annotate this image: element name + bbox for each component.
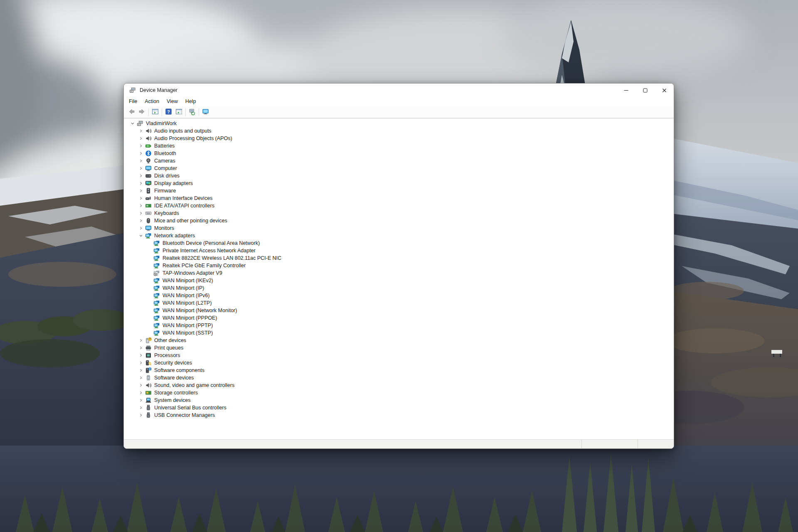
chevron-spacer — [146, 240, 153, 246]
chevron-right-icon[interactable] — [138, 217, 144, 224]
chevron-right-icon[interactable] — [138, 158, 144, 164]
tree-item-computer[interactable]: Computer — [124, 165, 674, 172]
maximize-icon — [642, 87, 648, 94]
maximize-button[interactable] — [635, 84, 655, 97]
chevron-right-icon[interactable] — [138, 374, 144, 381]
tree-item-system-devices[interactable]: System devices — [124, 397, 674, 404]
chevron-right-icon[interactable] — [138, 210, 144, 217]
tree-item-wan-miniport-pppoe[interactable]: WAN Miniport (PPPOE) — [124, 314, 674, 322]
chevron-right-icon[interactable] — [138, 345, 144, 351]
network-icon — [153, 240, 160, 246]
chevron-right-icon[interactable] — [138, 135, 144, 142]
tree-item-mice-and-other-pointing-devices[interactable]: Mice and other pointing devices — [124, 217, 674, 224]
menu-view[interactable]: View — [163, 97, 182, 106]
tree-item-batteries[interactable]: Batteries — [124, 142, 674, 150]
tree-item-label: Human Interface Devices — [153, 195, 213, 201]
tree-item-wan-miniport-pptp[interactable]: WAN Miniport (PPTP) — [124, 322, 674, 329]
tree-item-label: Keyboards — [153, 210, 180, 216]
scan-hardware-icon — [189, 108, 196, 117]
tree-item-human-interface-devices[interactable]: Human Interface Devices — [124, 195, 674, 202]
action-pane-button[interactable] — [174, 108, 184, 117]
ide-icon — [145, 202, 152, 209]
cpu-icon — [145, 352, 152, 359]
chevron-right-icon[interactable] — [138, 389, 144, 396]
chevron-right-icon[interactable] — [138, 382, 144, 389]
minimize-button[interactable] — [616, 84, 635, 97]
tree-item-private-internet-access-network-adapter[interactable]: Private Internet Access Network Adapter — [124, 247, 674, 254]
tree-item-ide-ata-atapi-controllers[interactable]: IDE ATA/ATAPI controllers — [124, 202, 674, 209]
tree-item-monitors[interactable]: Monitors — [124, 224, 674, 232]
chevron-right-icon[interactable] — [138, 143, 144, 149]
tree-item-universal-serial-bus-controllers[interactable]: Universal Serial Bus controllers — [124, 404, 674, 411]
chevron-right-icon[interactable] — [138, 195, 144, 202]
tree-item-label: Batteries — [153, 143, 175, 149]
chevron-right-icon[interactable] — [138, 150, 144, 157]
menu-action[interactable]: Action — [141, 97, 163, 106]
chevron-down-icon[interactable] — [138, 232, 144, 239]
tree-item-vladimirwork[interactable]: VladimirWork — [124, 120, 674, 127]
tree-item-bluetooth-device-personal-area-network[interactable]: Bluetooth Device (Personal Area Network) — [124, 239, 674, 247]
tree-item-storage-controllers[interactable]: Storage controllers — [124, 389, 674, 397]
console-tree-icon — [152, 108, 159, 117]
tree-item-print-queues[interactable]: Print queues — [124, 344, 674, 352]
tree-item-tap-windows-adapter-v9[interactable]: TAP-Windows Adapter V9 — [124, 269, 674, 277]
tree-item-processors[interactable]: Processors — [124, 352, 674, 359]
tree-item-wan-miniport-network-monitor[interactable]: WAN Miniport (Network Monitor) — [124, 307, 674, 314]
chevron-right-icon[interactable] — [138, 352, 144, 359]
tree-item-network-adapters[interactable]: Network adapters — [124, 232, 674, 239]
tree-item-software-components[interactable]: Software components — [124, 367, 674, 374]
tree-item-audio-inputs-and-outputs[interactable]: Audio inputs and outputs — [124, 127, 674, 135]
tree-item-label: Processors — [153, 352, 181, 358]
tree-item-label: WAN Miniport (PPTP) — [162, 323, 214, 328]
tree-item-sound-video-and-game-controllers[interactable]: Sound, video and game controllers — [124, 382, 674, 389]
chevron-right-icon[interactable] — [138, 397, 144, 404]
chevron-right-icon[interactable] — [138, 404, 144, 411]
tree-item-other-devices[interactable]: ?Other devices — [124, 337, 674, 344]
network-icon — [153, 330, 160, 336]
network-icon — [153, 315, 160, 321]
close-button[interactable] — [655, 84, 674, 97]
tree-item-security-devices[interactable]: Security devices — [124, 359, 674, 367]
menu-help[interactable]: Help — [182, 97, 200, 106]
chevron-right-icon[interactable] — [138, 360, 144, 366]
chevron-right-icon[interactable] — [138, 172, 144, 179]
tree-item-wan-miniport-l2tp[interactable]: WAN Miniport (L2TP) — [124, 299, 674, 307]
tree-item-realtek-pcie-gbe-family-controller[interactable]: Realtek PCIe GbE Family Controller — [124, 262, 674, 269]
tree-item-realtek-8822ce-wireless-lan-802-11ac-pci-e-nic[interactable]: Realtek 8822CE Wireless LAN 802.11ac PCI… — [124, 254, 674, 262]
chevron-right-icon[interactable] — [138, 128, 144, 134]
chevron-right-icon[interactable] — [138, 180, 144, 187]
chevron-right-icon[interactable] — [138, 165, 144, 172]
chevron-down-icon[interactable] — [129, 120, 136, 127]
chevron-right-icon[interactable] — [138, 367, 144, 374]
tree-item-wan-miniport-ip[interactable]: WAN Miniport (IP) — [124, 284, 674, 292]
tree-item-wan-miniport-ikev2[interactable]: WAN Miniport (IKEv2) — [124, 277, 674, 284]
tree-item-wan-miniport-ipv6[interactable]: WAN Miniport (IPv6) — [124, 292, 674, 299]
tree-item-wan-miniport-sstp[interactable]: WAN Miniport (SSTP) — [124, 329, 674, 337]
tree-item-display-adapters[interactable]: Display adapters — [124, 180, 674, 187]
help-button[interactable]: ? — [163, 108, 174, 117]
devices-button[interactable] — [200, 108, 211, 117]
tree-item-label: Bluetooth Device (Personal Area Network) — [162, 240, 261, 246]
tree-item-firmware[interactable]: Firmware — [124, 187, 674, 195]
chevron-right-icon[interactable] — [138, 225, 144, 232]
chevron-right-icon[interactable] — [138, 337, 144, 344]
tree-item-keyboards[interactable]: Keyboards — [124, 209, 674, 217]
forward-button[interactable] — [137, 108, 147, 117]
tree-item-cameras[interactable]: Cameras — [124, 157, 674, 165]
tree-item-audio-processing-objects-apos[interactable]: Audio Processing Objects (APOs) — [124, 135, 674, 142]
menu-file[interactable]: File — [125, 97, 141, 106]
chevron-right-icon[interactable] — [138, 202, 144, 209]
computer-monitor-icon — [202, 108, 209, 117]
chevron-right-icon[interactable] — [138, 187, 144, 194]
tree-item-usb-connector-managers[interactable]: USB Connector Managers — [124, 411, 674, 419]
toolbar-separator — [148, 108, 149, 116]
tree-item-bluetooth[interactable]: Bluetooth — [124, 150, 674, 157]
console-tree-button[interactable] — [150, 108, 160, 117]
chevron-right-icon[interactable] — [138, 412, 144, 419]
back-button[interactable] — [126, 108, 137, 117]
scan-hardware-button[interactable] — [187, 108, 197, 117]
tree-item-software-devices[interactable]: Software devices — [124, 374, 674, 382]
network-disabled-icon — [153, 270, 160, 276]
tree-item-label: WAN Miniport (PPPOE) — [162, 315, 218, 321]
tree-item-disk-drives[interactable]: Disk drives — [124, 172, 674, 180]
